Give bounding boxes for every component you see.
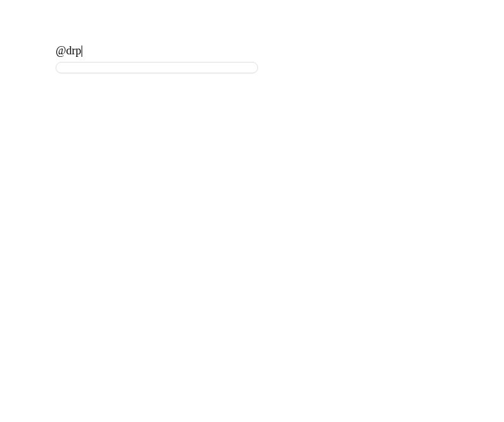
input-wrapper xyxy=(56,61,258,73)
field-label: @drp xyxy=(56,44,258,57)
text-cursor xyxy=(82,45,82,57)
label-text: @drp xyxy=(56,44,82,57)
text-input[interactable] xyxy=(56,62,258,73)
form-container: @drp xyxy=(56,44,258,73)
